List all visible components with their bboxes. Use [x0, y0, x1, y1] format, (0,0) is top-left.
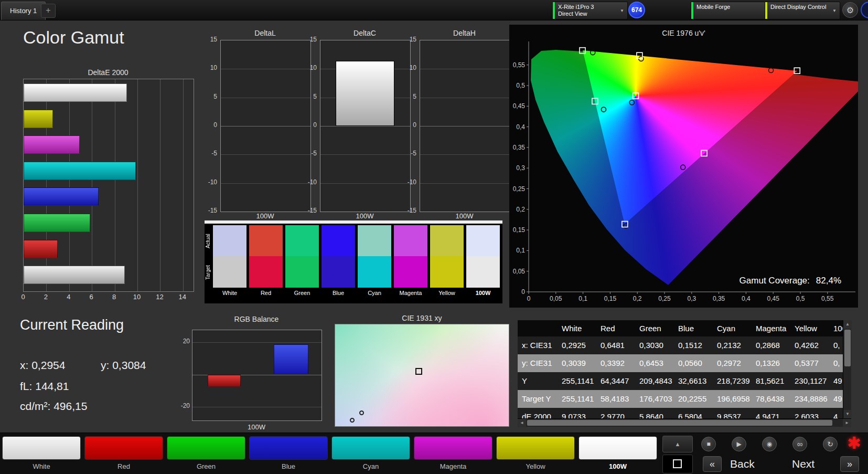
play-button[interactable]: ▶ [732, 437, 746, 451]
add-tab-button[interactable]: + [41, 4, 56, 18]
deltae-bar-yellow [24, 110, 53, 128]
patch-button-blue[interactable] [249, 436, 328, 460]
display-dropdown-text: Direct Display Control [770, 4, 826, 10]
pattern-window-button[interactable] [662, 455, 693, 473]
next-button[interactable]: Next [792, 456, 815, 472]
back-button[interactable]: Back [730, 456, 755, 472]
scroll-down-button[interactable]: ▼ [843, 410, 852, 418]
patch-button-white[interactable] [2, 436, 81, 460]
next-chevron-button[interactable]: » [840, 456, 859, 472]
deltae-bar-cyan [24, 162, 136, 180]
continuous-button[interactable]: ∞ [792, 437, 807, 451]
rgb-gridline [192, 407, 322, 407]
mini-gridline [221, 154, 310, 155]
gear-icon[interactable]: ⚙ [842, 2, 858, 18]
stop-button[interactable]: ■ [701, 437, 716, 451]
deltae-gridline [92, 79, 92, 291]
patch-button-cyan[interactable] [331, 436, 410, 460]
swatch-label-green: Green [285, 290, 319, 296]
mini-chart-bar [336, 61, 394, 126]
patch-label-cyan: Cyan [331, 462, 410, 470]
table-cell: 58,4183 [596, 390, 635, 408]
patch-button-magenta[interactable] [414, 436, 492, 460]
patch-button-100w[interactable] [578, 436, 657, 460]
status-circle-icon[interactable] [861, 2, 868, 18]
scroll-up-button[interactable]: ▲ [843, 320, 852, 329]
horizontal-scroll-thumb[interactable] [527, 420, 832, 426]
source-dropdown[interactable]: Mobile Forge ▼ [691, 2, 771, 19]
table-cell: 0,2972 [713, 354, 752, 372]
table-cell: 176,4703 [635, 390, 674, 408]
table-vertical-scrollbar[interactable]: ▲ ▼ [843, 320, 851, 418]
table-column-header: 100W [829, 320, 843, 336]
rgb-xlabel: 100W [192, 423, 321, 431]
current-reading-cdm2: cd/m²: 496,15 [20, 400, 87, 413]
mini-ytick-label: 10 [401, 64, 416, 71]
deltae-xtick-label: 14 [177, 293, 188, 301]
deltae-xlabels: 02468101214 [23, 293, 196, 302]
patch-button-red[interactable] [84, 436, 163, 460]
table-cell: 0,6481 [596, 336, 635, 354]
back-chevron-button[interactable]: « [703, 456, 722, 472]
mini-chart-title: DeltaH [420, 29, 509, 37]
table-cell: 5,8640 [635, 408, 674, 418]
mini-ytick-label: -10 [201, 178, 217, 186]
swatch-actual-cyan [358, 225, 391, 256]
cie1976-target-marker [633, 93, 639, 99]
table-horizontal-scrollbar[interactable]: ◄ ► [518, 418, 851, 427]
cie1976-measurement-marker [629, 100, 634, 105]
display-control-dropdown[interactable]: Direct Display Control ▼ [765, 2, 840, 19]
cie1976-tick-label: 0,55 [821, 295, 834, 302]
mini-ytick-label: 15 [401, 36, 416, 43]
cie1931-measurement-marker [359, 410, 364, 415]
table-cell: 0,2132 [713, 336, 752, 354]
cie1976-tick-label: 0,1 [578, 295, 587, 302]
deltae2000-chart: DeltaE 2000 02468101214 [23, 68, 196, 310]
history-tab[interactable]: History 1 [1, 2, 46, 20]
swatch-label-magenta: Magenta [394, 290, 427, 296]
swatch-target-cyan [358, 256, 391, 288]
table-column-header: Red [596, 320, 635, 336]
swatch-target-red [249, 256, 283, 288]
pattern-square-icon [673, 459, 682, 468]
cdm2-value: 496,15 [53, 400, 87, 412]
swatch-target-yellow [430, 256, 464, 288]
cie1976-tick-label: 0,05 [513, 268, 526, 275]
mini-chart-title: DeltaC [320, 29, 410, 37]
cdm2-label: cd/m²: [20, 400, 50, 412]
cie1931-title: CIE 1931 xy [335, 314, 509, 322]
patch-list-up-button[interactable]: ▲ [662, 436, 693, 452]
cie1976-tick-label: 0,2 [633, 295, 642, 302]
patch-button-yellow[interactable] [496, 436, 575, 460]
mini-ytick-label: 0 [201, 121, 217, 129]
table-column-header: Cyan [713, 320, 752, 336]
deltae-gridline [115, 79, 115, 291]
meter-dropdown[interactable]: X-Rite i1Pro 3 Direct View ▼ [552, 2, 628, 19]
table-cell: 0,2868 [752, 336, 790, 354]
table-cell: 78,6438 [752, 390, 790, 408]
table-cell: 9,8537 [713, 408, 752, 418]
record-button[interactable]: ◉ [762, 437, 777, 451]
patch-button-green[interactable] [167, 436, 245, 460]
refresh-button[interactable]: ↻ [823, 437, 838, 451]
scroll-left-button[interactable]: ◄ [518, 419, 526, 427]
table-cell: 255,1141 [558, 372, 596, 390]
mini-gridline [221, 98, 310, 98]
rgb-frame [192, 330, 322, 421]
swatch-actual-100w [466, 225, 500, 256]
cie1976-target-marker [580, 48, 585, 54]
source-status-bar [691, 2, 693, 19]
table-cell: 255,1141 [558, 390, 596, 408]
vertical-scroll-thumb[interactable] [844, 330, 851, 366]
mini-gridline [221, 69, 310, 69]
table-cell: 218,7239 [713, 372, 752, 390]
mini-ytick-label: -10 [401, 178, 416, 186]
mini-ytick-label: 0 [301, 121, 317, 129]
mini-ytick-label: -10 [301, 178, 317, 186]
scroll-right-button[interactable]: ► [843, 419, 851, 427]
cie1976-measurement-marker [769, 68, 774, 72]
rgb-bar-blue [274, 344, 308, 375]
mini-chart-frame [220, 40, 311, 212]
top-bar: History 1 + X-Rite i1Pro 3 Direct View ▼… [0, 0, 868, 20]
deltae-bar-red [24, 240, 58, 258]
